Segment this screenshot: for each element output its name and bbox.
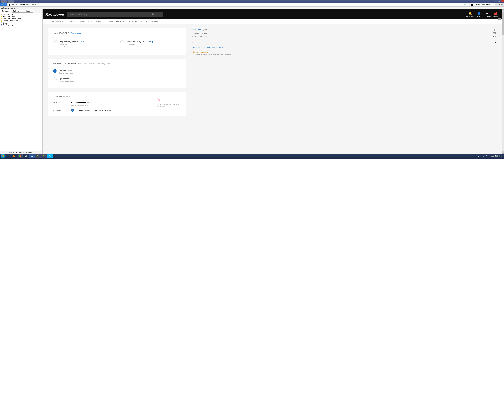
refresh-icon[interactable]: ↻: [467, 4, 468, 6]
task-app[interactable]: ◎: [23, 154, 29, 158]
show-desktop[interactable]: ▭: [499, 155, 502, 157]
sidebar-tab-history[interactable]: Журнал: [24, 10, 33, 13]
folder-icon: [1, 14, 2, 15]
privacy-notice: ✎ Мы не передаем личные данные покупател…: [157, 98, 181, 112]
task-explorer[interactable]: 🗀: [35, 154, 41, 158]
messages-button[interactable]: 🔔Сообщения: [466, 12, 474, 17]
url-text: https://www.labirint.ru/cart/checkout/: [11, 4, 464, 6]
search-icon: 🔍: [152, 13, 155, 16]
window-minimize[interactable]: —: [494, 0, 498, 2]
vertical-scrollbar[interactable]: ▴ ▾: [502, 10, 504, 154]
aero-tab[interactable]: …×: [7, 0, 14, 3]
pencil-icon: ✎: [157, 98, 161, 102]
task-ie[interactable]: e: [6, 154, 11, 158]
window-close[interactable]: ✕: [501, 0, 504, 2]
taskbar: e ▶ ◎ W 🗀 🗀 S RU ▲ 🔈 🖧 ⚐ 12:4230.11.2020…: [0, 154, 504, 158]
browser-navbar: ◄ ► https://www.labirint.ru/cart/checkou…: [0, 3, 504, 6]
payment-option-cod[interactable]: При полученииТолько наличными: [53, 67, 181, 76]
favorites-bar: Добавить в избранное ▼ ×: [0, 6, 504, 10]
bell-icon: 🔔: [468, 12, 472, 15]
destination-city[interactable]: Симферополь: [71, 32, 83, 34]
subnav-phone[interactable]: 8 800 600-95-25: [79, 21, 91, 22]
subnav-support[interactable]: Поддержка: [67, 21, 75, 22]
address-bar[interactable]: https://www.labirint.ru/cart/checkout/ 🔍…: [8, 3, 469, 6]
subnav-delivery[interactable]: Доставка и оплата: [48, 21, 62, 22]
payment-option-prepay[interactable]: ПредоплатаБыстро и безопасно: [53, 76, 181, 84]
scroll-up-icon[interactable]: ▴: [502, 10, 504, 12]
payment-card: КАК БУДЕТЕ ОПЛАЧИВАТЬ? (Некоторые достав…: [48, 59, 186, 88]
site-favicon: [9, 4, 10, 6]
add-favorite-button[interactable]: Добавить в избранное: [1, 7, 17, 9]
viber-label: Viber/смс: [53, 109, 66, 111]
search-button[interactable]: 🔍Искать: [152, 13, 161, 16]
folder-icon: [1, 20, 2, 22]
todo-title: Осталось заполнить:: [192, 51, 496, 53]
back-button[interactable]: ◄: [0, 3, 4, 6]
tray-arrow-icon[interactable]: ▲: [480, 155, 482, 157]
window-maximize[interactable]: ▢: [498, 0, 501, 2]
aero-tab[interactable]: …×: [1, 0, 7, 3]
task-media[interactable]: ▶: [12, 154, 17, 158]
scroll-thumb[interactable]: [502, 12, 504, 35]
task-folder[interactable]: 🗀: [41, 154, 47, 158]
favorites-icon[interactable]: ★: [498, 4, 500, 6]
logo[interactable]: Лабиринт: [46, 12, 64, 17]
tray-clock[interactable]: 12:4230.11.2020: [491, 154, 498, 158]
wishlist-button[interactable]: ♥Отложено: [484, 12, 491, 17]
delivery-option-pickup[interactable]: Самовывоз, 24 пункта, 0 - 345 р. послеза…: [115, 37, 181, 51]
task-word[interactable]: W: [29, 154, 35, 158]
viber-text: Уведомлять о статусе заказа с 9 до 21: [79, 109, 111, 111]
gift-cert-link[interactable]: Оплатить подарочным сертификатом: [192, 46, 224, 48]
delivery-option-courier[interactable]: Курьерская доставка, 130 р. Лабиринт в ч…: [53, 37, 115, 51]
forward-button[interactable]: ►: [4, 3, 7, 6]
search-icon[interactable]: 🔍: [464, 4, 466, 6]
tools-icon[interactable]: ⚙: [501, 4, 503, 6]
checkbox-icon[interactable]: [71, 109, 74, 112]
tray-flag-icon[interactable]: ⚐: [488, 155, 490, 157]
sidebar-list: Windows Live Веб-сайты MSN Веб-сайты Май…: [0, 13, 42, 27]
tray-lang[interactable]: RU: [477, 155, 479, 157]
home-icon[interactable]: ⌂: [496, 4, 498, 6]
tab-close-icon[interactable]: ×: [493, 4, 494, 6]
user-icon: 👤: [477, 12, 481, 15]
sidebar-item[interactable]: Веб-сайты Майкрософт: [1, 18, 42, 20]
destination-title: КУДА ДОСТАВИТЬ: [53, 32, 70, 34]
task-skype[interactable]: S: [47, 154, 53, 158]
task-chrome[interactable]: [18, 154, 23, 158]
search-input[interactable]: [69, 13, 152, 16]
account-button[interactable]: 👤Zinaida: [476, 12, 481, 17]
subnav-contacts[interactable]: Контакты: [96, 21, 103, 22]
subnav-pickup[interactable]: 24 пункта самовывоза: [107, 21, 124, 22]
sidebar-item[interactable]: Панель избранного: [1, 20, 42, 22]
add-favorite-menu[interactable]: ▼: [17, 7, 19, 9]
close-fav-panel[interactable]: ×: [503, 7, 503, 9]
subnav-location[interactable]: 📍 Симферополь — доставим 3 дек.: [128, 21, 158, 22]
lang-badge: RU: [498, 18, 501, 20]
sidebar-item[interactable]: Веб-сайты MSN: [1, 16, 42, 18]
pin-icon: 📍: [128, 21, 130, 22]
sidebar-footer-button[interactable]: Включить рекомендуемые сайты...: [0, 151, 42, 154]
phone-row: Телефон +7 97879 ✓: [53, 101, 157, 104]
scroll-down-icon[interactable]: ▾: [502, 151, 504, 154]
system-tray: RU ▲ 🔈 🖧 ⚐ 12:4230.11.2020 ▭: [477, 154, 503, 158]
start-button[interactable]: [1, 154, 6, 158]
browser-tab[interactable]: Книжный интернет-магаз... ×: [470, 3, 495, 6]
check-icon: ✓: [91, 101, 93, 104]
aero-tabs: …× …×: [1, 0, 14, 3]
order-link[interactable]: Ваш заказ: [192, 29, 201, 31]
phone-input[interactable]: 97879: [76, 101, 89, 104]
sidebar-item[interactable]: GGoogle: [1, 22, 42, 24]
cart-button[interactable]: Корзина: [493, 13, 498, 17]
sidebar-item[interactable]: f(1) Facebook: [1, 24, 42, 26]
facebook-icon: f: [1, 24, 2, 26]
recipient-card: КОМУ ДОСТАВИТЬ Телефон +7 97879 ✓: [48, 92, 186, 116]
tray-network-icon[interactable]: 🖧: [486, 155, 487, 157]
tab-favicon: [471, 4, 473, 6]
page-content: Лабиринт 🔍Искать 🔔Сообщения 👤Zinaida ♥От…: [42, 10, 502, 154]
country-code[interactable]: +7: [71, 101, 73, 104]
sidebar-tab-feeds[interactable]: Веб-каналы: [12, 10, 24, 13]
tray-volume-icon[interactable]: 🔈: [483, 155, 485, 157]
sidebar-tab-favorites[interactable]: Избранное: [0, 10, 12, 13]
sidebar-item[interactable]: Windows Live: [1, 13, 42, 16]
site-header: Лабиринт 🔍Искать 🔔Сообщения 👤Zinaida ♥От…: [42, 10, 502, 19]
